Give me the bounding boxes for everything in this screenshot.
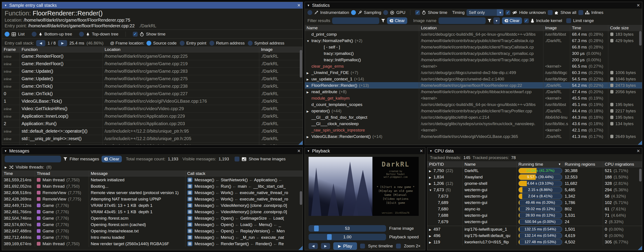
table-row[interactable]: inline Application::InnerLoop() /home/wo…	[2, 112, 302, 120]
show-frame-images-checkbox[interactable]	[234, 156, 240, 162]
table-row[interactable]: module_get_kallsym <kernel> <kernel> 45.…	[305, 95, 642, 101]
col-location[interactable]: Location	[419, 25, 543, 31]
table-row[interactable]: ▶VideoGLBase::RenderContent()(+14) /home…	[305, 133, 642, 140]
expand-icon[interactable]: ▶	[306, 82, 312, 88]
table-row[interactable]: 381,692,052ns Main thread(7,750) Booting…	[2, 183, 302, 190]
table-row[interactable]: [ - self - ] /home/wolf/darkrl/contrib/t…	[305, 44, 642, 50]
col-location[interactable]: Location	[103, 46, 259, 53]
radio-icon[interactable]	[248, 41, 252, 46]
filter-messages-label[interactable]: Filter messages	[70, 156, 99, 162]
col-image[interactable]: Image	[259, 46, 302, 53]
expand-icon[interactable]: ▶	[306, 70, 312, 76]
list-icon[interactable]	[187, 216, 192, 221]
hide-unknown-label[interactable]: Hide unknown	[519, 10, 546, 15]
table-row[interactable]: ▶1,206(12) gnome-shell 4.64 s (19.10%) 1…	[427, 180, 642, 186]
filter-icon[interactable]	[488, 19, 491, 22]
sync-timeline-checkbox[interactable]	[360, 244, 365, 248]
show-frame-images-label[interactable]: Show frame images	[249, 156, 286, 162]
collapse-icon[interactable]: ▼	[430, 149, 432, 153]
col-function[interactable]: Function	[20, 46, 103, 53]
frame-location-option-label[interactable]: Entry point	[186, 41, 206, 46]
list-icon[interactable]	[187, 235, 192, 240]
table-row[interactable]: inline Game::Update() /home/wolf/darkrl/…	[2, 68, 302, 75]
resize-grip[interactable]	[638, 140, 642, 145]
table-row[interactable]: 382,647,488ns Game(7,776) Opening /meta/…	[2, 228, 302, 234]
zoom-2x-label[interactable]: Zoom 2×	[404, 244, 421, 248]
show-time-label[interactable]: Show time	[146, 32, 166, 36]
include-kernel-checkbox[interactable]	[524, 18, 529, 23]
collapse-icon[interactable]: ▼	[4, 149, 7, 153]
include-kernel-label[interactable]: Include kernel	[536, 18, 562, 23]
scrollbar-thumb[interactable]	[639, 31, 642, 46]
table-row[interactable]: 2 Application::Run() /home/wolf/darkrl/s…	[2, 120, 302, 128]
col-name[interactable]: Name	[305, 25, 419, 31]
table-row[interactable]: 382,428,269ns RemoteView(7,775) Attempti…	[2, 196, 302, 202]
table-row[interactable]: clear_page_erms <kernel> <kernel> 66.5 m…	[305, 63, 642, 70]
clear-messages-button[interactable]: Clear	[102, 156, 122, 162]
expand-icon[interactable]: ▶	[429, 226, 434, 232]
close-icon[interactable]: ×	[297, 148, 300, 154]
table-row[interactable]: 382,481,766ns Game(7,776) VRAM 43x45: 15…	[2, 208, 302, 215]
table-row[interactable]: inline std::default_delete<>::operator()…	[2, 128, 302, 135]
table-row[interactable]: ▶operator()(+44) /home/wolf/darkrl/contr…	[305, 108, 642, 114]
show-all-checkbox[interactable]	[548, 10, 552, 15]
table-row[interactable]: ▼tracy::NormalizePath()(+2) /home/wolf/d…	[305, 38, 642, 44]
scrollbar-thumb[interactable]	[300, 50, 302, 78]
close-icon[interactable]: ×	[297, 3, 300, 8]
visible-threads-label[interactable]: Visible threads:	[16, 165, 44, 170]
list-label[interactable]: List	[18, 32, 25, 36]
table-row[interactable]: 389,169,674ns Main thread(7,750) New ren…	[2, 240, 302, 247]
table-row[interactable]: 382,712,444ns Game(7,776) Intro menu loa…	[2, 234, 302, 240]
expand-icon[interactable]: ▶	[429, 181, 434, 186]
col-name[interactable]: Name	[463, 161, 517, 168]
table-row[interactable]: ▼7,673(5) wezterm-gui 2.15 s (8.86%) 5,4…	[427, 186, 642, 193]
image-name-input[interactable]	[438, 18, 486, 24]
collapse-icon[interactable]: ▼	[4, 4, 7, 7]
bottom-up-label[interactable]: Bottom-up tree	[44, 32, 72, 36]
sync-timeline-label[interactable]: Sync timeline	[368, 244, 393, 248]
table-row[interactable]: 7,689 wezterm-gui 49.46 ms (0.20%) 1,786…	[427, 199, 642, 206]
frame-image-slider[interactable]: 53	[308, 225, 386, 232]
table-row[interactable]: inline Game::RenderFloor() /home/wolf/da…	[2, 60, 302, 68]
zoom-2x-checkbox[interactable]	[396, 244, 401, 248]
radio-icon[interactable]	[210, 41, 214, 46]
frame-location-option[interactable]: Source code	[146, 41, 177, 46]
table-row[interactable]: tracy::InitRpmalloc() /home/wolf/darkrl/…	[305, 56, 642, 63]
table-row[interactable]: 382,574,807ns Game(7,776) Opening /fores…	[2, 222, 302, 228]
play-button[interactable]: ▶ Play	[333, 242, 357, 250]
table-row[interactable]: 7,688 wezterm-gui 28.93 ms (0.12%) 1,531…	[427, 212, 642, 218]
scrollbar-thumb[interactable]	[639, 169, 642, 182]
prev-stack-button[interactable]: ◀	[36, 40, 45, 46]
expand-icon[interactable]: ▶	[5, 166, 7, 169]
table-row[interactable]: __GI__dl_find_dso_for_object /usr/src/de…	[305, 114, 642, 120]
col-cpu-migrations[interactable]: CPU migrations	[603, 161, 642, 168]
list-icon[interactable]	[187, 196, 192, 202]
table-row[interactable]: inline std::__uniq_ptr_impl<>::reset() /…	[2, 135, 302, 142]
inlines-label[interactable]: Inlines	[591, 10, 604, 15]
instrumentation-label[interactable]: Instrumentation	[320, 10, 349, 15]
table-row[interactable]: ▶497 irq/176-iwlwifi:queue_1 132.15 ms (…	[427, 226, 642, 232]
frame-location-option[interactable]: Symbol address	[248, 41, 284, 46]
table-row[interactable]: inline Game::OnTick() /home/wolf/darkrl/…	[2, 82, 302, 90]
scrollbar-thumb[interactable]	[300, 191, 302, 205]
table-row[interactable]: ▶read_attribute(+8) /home/wolf/darkrl/co…	[305, 88, 642, 95]
image-dropdown-button[interactable]: ▼	[493, 18, 500, 24]
table-row[interactable]: inline Game::Update() /home/wolf/darkrl/…	[2, 75, 302, 82]
expand-icon[interactable]: ▶	[429, 233, 434, 239]
expand-icon[interactable]: ▶	[429, 174, 434, 180]
table-row[interactable]: inline Game::RenderFloor() /home/wolf/da…	[2, 53, 302, 60]
show-time-checkbox[interactable]	[415, 10, 420, 15]
message-filter-input[interactable]	[5, 156, 61, 162]
list-icon[interactable]	[187, 184, 192, 189]
expand-icon[interactable]: ▶	[306, 108, 312, 114]
frame-location-option[interactable]: Return address	[210, 41, 245, 46]
col-time[interactable]: Time	[2, 170, 35, 177]
expand-icon[interactable]: ▼	[306, 38, 312, 44]
instrumentation-radio[interactable]	[308, 10, 312, 15]
bottom-up-radio[interactable]	[32, 32, 36, 36]
previous-frame-button[interactable]: ◀	[308, 243, 318, 249]
list-icon[interactable]	[187, 241, 192, 246]
list-icon[interactable]	[187, 228, 192, 234]
expand-icon[interactable]: ▶	[306, 134, 312, 140]
gpu-radio[interactable]	[383, 10, 388, 15]
